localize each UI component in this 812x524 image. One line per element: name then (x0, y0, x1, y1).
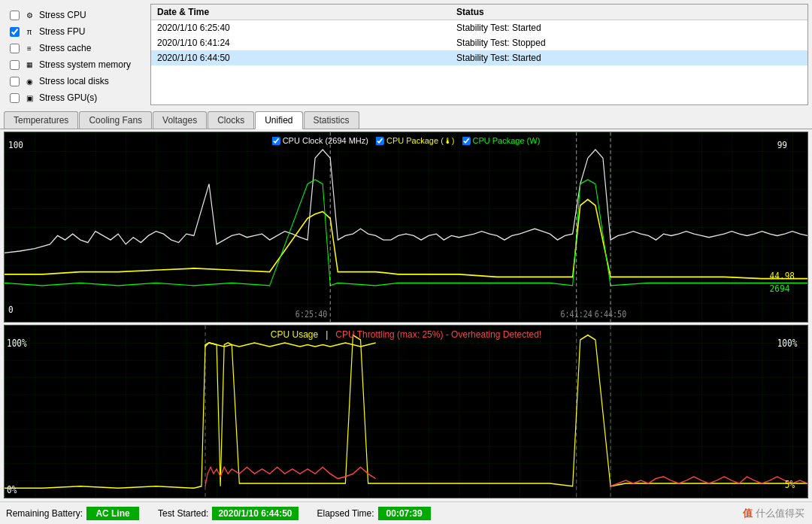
elapsed-value: 00:07:39 (378, 507, 431, 520)
stress-cpu-checkbox[interactable] (10, 11, 20, 20)
log-status-2: Stability Test: Stopped (450, 35, 807, 50)
test-started-label: Test Started: (158, 508, 208, 519)
tab-statistics[interactable]: Statistics (304, 111, 359, 129)
log-datetime-3: 2020/1/10 6:44:50 (151, 50, 450, 65)
top-chart: CPU Clock (2694 MHz) CPU Package (🌡) CPU… (4, 132, 808, 323)
bottom-chart-alert: CPU Throttling (max: 25%) - Overheating … (335, 329, 541, 340)
stress-disks-item: ◉ Stress local disks (8, 74, 139, 89)
bottom-chart-legend: CPU Usage | CPU Throttling (max: 25%) - … (271, 329, 541, 340)
watermark: 值 什么值得买 (743, 507, 804, 520)
stress-gpu-icon: ▣ (23, 92, 35, 104)
svg-text:44.98: 44.98 (770, 270, 795, 281)
svg-rect-1 (5, 132, 807, 322)
charts-area: CPU Clock (2694 MHz) CPU Package (🌡) CPU… (0, 129, 812, 501)
legend-cpu-clock-text: CPU Clock (2694 MHz) (283, 136, 368, 145)
log-datetime-1: 2020/1/10 6:25:40 (151, 20, 450, 36)
legend-cpu-package-temp-checkbox[interactable] (376, 137, 384, 145)
svg-text:99: 99 (777, 139, 787, 150)
bottom-chart-svg: 100% 0% 100% 5% (5, 326, 807, 498)
svg-text:100: 100 (8, 139, 23, 150)
log-row-2: 2020/1/10 6:41:24 Stability Test: Stoppe… (151, 35, 807, 50)
log-datetime-2: 2020/1/10 6:41:24 (151, 35, 450, 50)
log-row-1: 2020/1/10 6:25:40 Stability Test: Starte… (151, 20, 807, 36)
stress-cache-item: ≡ Stress cache (8, 41, 139, 56)
stress-memory-checkbox[interactable] (10, 60, 20, 70)
stress-fpu-item: π Stress FPU (8, 24, 139, 39)
stress-disks-checkbox[interactable] (10, 77, 20, 86)
svg-text:0%: 0% (7, 483, 17, 495)
stress-disks-label: Stress local disks (39, 76, 109, 86)
bottom-chart: CPU Usage | CPU Throttling (max: 25%) - … (4, 325, 808, 498)
stress-cpu-label: Stress CPU (39, 10, 86, 20)
stress-options: ⚙ Stress CPU π Stress FPU ≡ Stress cache… (4, 4, 143, 105)
stress-cache-checkbox[interactable] (10, 44, 20, 53)
legend-cpu-package-temp-text: CPU Package (🌡) (386, 136, 454, 145)
battery-value: AC Line (86, 507, 139, 520)
svg-text:2694: 2694 (770, 283, 790, 294)
legend-cpu-package-w-text: CPU Package (W) (472, 136, 540, 145)
stress-cpu-icon: ⚙ (23, 9, 35, 21)
svg-text:0: 0 (8, 304, 14, 316)
bottom-chart-separator: | (326, 329, 328, 340)
svg-text:6:41:24: 6:41:24 (561, 310, 592, 320)
stress-disks-icon: ◉ (23, 75, 35, 87)
legend-cpu-clock-checkbox[interactable] (272, 137, 280, 145)
log-row-3: 2020/1/10 6:44:50 Stability Test: Starte… (151, 50, 807, 65)
svg-rect-14 (5, 326, 807, 498)
top-chart-svg: 100 0 99 44.98 2694 6:25:40 6:41:24 6:44… (5, 132, 807, 322)
stress-fpu-icon: π (23, 26, 35, 38)
stress-cpu-item: ⚙ Stress CPU (8, 8, 139, 23)
stress-gpu-checkbox[interactable] (10, 93, 20, 103)
stress-cache-label: Stress cache (39, 43, 91, 53)
tab-unified[interactable]: Unified (255, 111, 302, 129)
stress-gpu-label: Stress GPU(s) (39, 92, 97, 103)
top-chart-legend: CPU Clock (2694 MHz) CPU Package (🌡) CPU… (272, 136, 541, 145)
stress-fpu-label: Stress FPU (39, 26, 85, 37)
stress-memory-item: ▦ Stress system memory (8, 57, 139, 72)
svg-text:6:25:40: 6:25:40 (295, 310, 327, 320)
legend-cpu-package-temp: CPU Package (🌡) (376, 136, 454, 145)
tab-cooling-fans[interactable]: Cooling Fans (79, 111, 152, 129)
legend-cpu-clock: CPU Clock (2694 MHz) (272, 136, 368, 145)
log-header-status: Status (450, 5, 807, 20)
stress-memory-icon: ▦ (23, 59, 35, 71)
svg-text:5%: 5% (785, 478, 795, 491)
log-header-datetime: Date & Time (151, 5, 450, 20)
tab-voltages[interactable]: Voltages (153, 111, 207, 129)
status-bar: Remaining Battery: AC Line Test Started:… (0, 501, 812, 524)
test-started-value: 2020/1/10 6:44:50 (212, 507, 298, 520)
stress-fpu-checkbox[interactable] (10, 27, 20, 37)
bottom-chart-title: CPU Usage (271, 329, 318, 340)
log-status-3: Stability Test: Started (450, 50, 807, 65)
stress-gpu-item: ▣ Stress GPU(s) (8, 90, 139, 105)
svg-text:100%: 100% (777, 337, 798, 350)
legend-cpu-package-w-checkbox[interactable] (462, 137, 470, 145)
log-status-1: Stability Test: Started (450, 20, 807, 36)
legend-cpu-package-w: CPU Package (W) (462, 136, 540, 145)
stress-cache-icon: ≡ (23, 42, 35, 54)
svg-text:6:44:50: 6:44:50 (595, 310, 626, 320)
stress-memory-label: Stress system memory (39, 59, 131, 70)
battery-label: Remaining Battery: (6, 508, 83, 519)
log-table: Date & Time Status 2020/1/10 6:25:40 Sta… (150, 4, 808, 105)
tab-clocks[interactable]: Clocks (208, 111, 254, 129)
elapsed-label: Elapsed Time: (317, 508, 374, 519)
svg-text:100%: 100% (7, 337, 27, 350)
tabs-bar: Temperatures Cooling Fans Voltages Clock… (0, 109, 812, 129)
tab-temperatures[interactable]: Temperatures (4, 111, 78, 129)
